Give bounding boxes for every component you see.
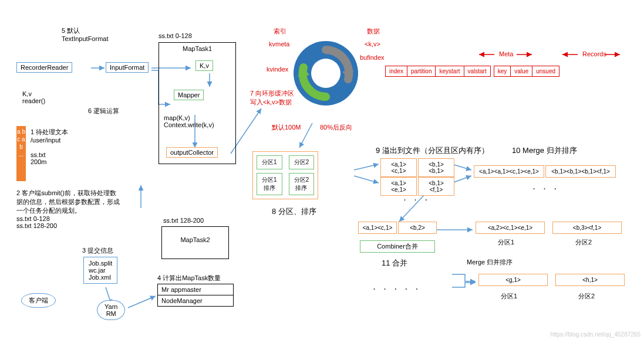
step8-label: 8 分区、排序: [272, 206, 316, 217]
svg-line-5: [299, 123, 312, 148]
step3-label: 3 提交信息: [82, 246, 113, 255]
step10-label: 10 Merge 归并排序: [512, 145, 577, 156]
step6-label: 6 逻辑运算: [88, 107, 119, 115]
dots-1: . . .: [404, 195, 430, 202]
task-count-container: Mr appmaster NodeManager: [157, 284, 234, 307]
svg-line-7: [354, 176, 379, 183]
merge3-h: <h,1>: [555, 274, 625, 286]
input-format-box: InputFormat: [106, 62, 149, 73]
output-collector: outputCollector: [166, 147, 218, 158]
job-files-box: Job.split wc.jar Job.xml: [83, 257, 117, 284]
maptask1-kv: K,v: [195, 60, 213, 71]
merge2-p2: <b,3><f,1>: [552, 222, 622, 234]
combiner-box: Combiner合并: [360, 240, 435, 253]
nodemanager-label: NodeManager: [158, 295, 233, 306]
maptask1-mapfn: map(K,v) Context.write(k,v): [164, 114, 214, 128]
step1-label: 1 待处理文本 /user/input: [31, 128, 68, 144]
step9-label: 9 溢出到文件（分区且区内有序）: [376, 145, 489, 156]
orange-data-column: a b c a b ...: [16, 126, 26, 181]
diagram-canvas: 5 默认 TextInputFormat RecorderReader Inpu…: [0, 0, 644, 340]
records-label: Records: [582, 50, 606, 57]
combiner-row: <a,1><c,1> <b,2>: [358, 222, 437, 234]
combiner-a: <a,1><c,1>: [358, 222, 397, 234]
merge1-row: <a,1><a,1><c,1><e,1> <b,1><b,1><b,1><f,1…: [474, 165, 616, 178]
split-range-2: ss.txt 128-200: [163, 217, 204, 224]
svg-line-8: [452, 164, 471, 170]
step5-label: 5 默认 TextInputFormat: [62, 26, 108, 42]
th-keystart: keystart: [435, 66, 464, 77]
partition-2-sort: 分区2 排序: [289, 173, 315, 195]
spill-r1b: <b,1><b,1>: [418, 158, 454, 177]
ring-shuju: 数据: [367, 27, 380, 36]
th-index: index: [385, 66, 407, 77]
partition-2: 分区2: [289, 155, 315, 169]
maptask2-container: MapTask2: [161, 226, 229, 259]
svg-line-13: [128, 296, 156, 308]
combiner-b: <b,2>: [398, 222, 437, 234]
spill-r2b: <b,1> <f,1>: [418, 177, 454, 196]
merge3-plabel2: 分区2: [578, 292, 595, 301]
step11-label: 11 合并: [382, 258, 407, 268]
ss-file-label: ss.txt 200m: [31, 151, 47, 165]
step2-label: 2 客户端submit()前，获取待处理数据的信息，然后根据参数配置，形成一个任…: [16, 189, 122, 229]
th-unsued: unsued: [532, 66, 559, 77]
ring-reverse: 80%后反向: [320, 123, 352, 132]
merge1-a: <a,1><a,1><c,1><e,1>: [474, 165, 544, 178]
partition-container: 分区1 分区2 分区1 排序 分区2 排序: [252, 151, 318, 199]
svg-line-6: [354, 164, 379, 170]
maptask1-name: MapTask1: [183, 45, 212, 52]
dots-3: . . . . .: [373, 284, 422, 291]
svg-point-20: [311, 59, 340, 88]
ring-suoyin: 索引: [274, 27, 286, 36]
kv-reader-label: K,v reader(): [22, 90, 45, 104]
ring-default: 默认100M: [272, 123, 301, 132]
client-cloud: 客户端: [21, 293, 56, 308]
th-partition: partition: [407, 66, 436, 77]
merge3-plabel1: 分区1: [501, 292, 517, 301]
partition-1-sort: 分区1 排序: [257, 173, 282, 195]
ring-step7: 7 向环形缓冲区 写入<k,v>数据: [250, 89, 294, 107]
ring-buffer-icon: [291, 23, 367, 123]
spill-r2a: <a,1> <e,1>: [380, 177, 417, 196]
merge3-g: <g,1>: [478, 274, 548, 286]
merge2-plabel2: 分区2: [575, 238, 592, 247]
partition-1: 分区1: [257, 155, 282, 169]
merge2-plabel1: 分区1: [498, 238, 514, 247]
spill-row-1: <a,1> <c,1> <b,1><b,1>: [380, 158, 454, 177]
merge1-b: <b,1><b,1><b,1><f,1>: [545, 165, 616, 178]
svg-line-9: [452, 176, 471, 183]
recorder-reader-box: RecorderReader: [16, 62, 72, 73]
yarn-rm-cloud: Yarn RM: [97, 300, 125, 320]
merge2-row: <a,2><c,1><e,1> <b,3><f,1>: [476, 222, 622, 234]
maptask1-mapper: Mapper: [174, 90, 204, 100]
step4-label: 4 计算出MapTask数量: [157, 274, 221, 283]
split-range-1: ss.txt 0-128: [159, 32, 192, 39]
maptask2-name: MapTask2: [180, 236, 210, 243]
merge2-p1: <a,2><c,1><e,1>: [476, 222, 545, 234]
meta-label: Meta: [499, 50, 513, 57]
th-valstart: valstart: [464, 66, 491, 77]
maptask1-container: MapTask1 K,v Mapper map(K,v) Context.wri…: [159, 42, 236, 164]
watermark: https://blog.csdn.net/qq_45287265: [551, 331, 640, 338]
th-key: key: [494, 66, 511, 77]
ring-kv: <k,v>: [365, 40, 380, 47]
ring-kvindex: kvindex: [267, 66, 288, 73]
merge2-title: Merge 归并排序: [467, 258, 512, 267]
appmaster-label: Mr appmaster: [158, 284, 233, 295]
spill-row-2: <a,1> <e,1> <b,1> <f,1>: [380, 177, 454, 196]
spill-r1a: <a,1> <c,1>: [380, 158, 417, 177]
dots-2: . . .: [533, 183, 559, 191]
ring-kvmeta: kvmeta: [269, 40, 289, 47]
merge3-row: <g,1> <h,1>: [478, 274, 625, 286]
th-value: value: [510, 66, 532, 77]
header-table: indexpartitionkeystartvalstartkeyvalueun…: [385, 66, 559, 77]
